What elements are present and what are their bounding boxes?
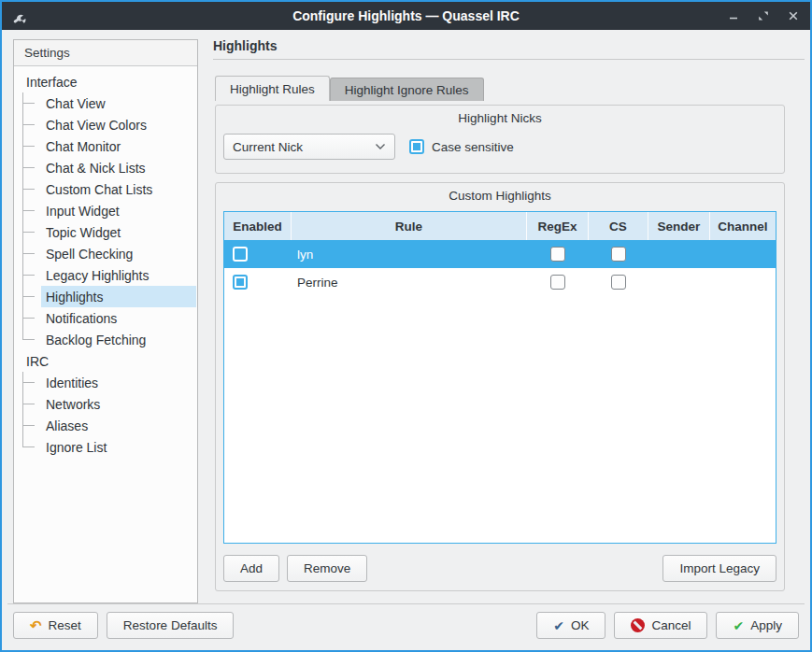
enabled-checkbox[interactable]	[233, 275, 248, 290]
sidebar-item-networks[interactable]: Networks	[14, 393, 197, 415]
enabled-checkbox[interactable]	[233, 247, 248, 262]
column-header-enabled[interactable]: Enabled	[224, 212, 292, 240]
highlight-nicks-group: Highlight Nicks Current Nick Case sensit…	[215, 105, 785, 174]
checkbox-fill	[413, 143, 420, 150]
undo-icon: ↶	[30, 618, 42, 632]
configure-highlights-dialog: Configure Highlights — Quassel IRC Setti…	[0, 0, 812, 652]
sidebar-item-notifications[interactable]: Notifications	[14, 307, 197, 329]
tree-branch-line	[21, 372, 41, 393]
tab-bar: Highlight Rules Highlight Ignore Rules	[215, 76, 484, 101]
cancel-label: Cancel	[651, 618, 691, 632]
reset-label: Reset	[49, 618, 81, 632]
ok-check-icon: ✔	[553, 619, 564, 632]
sidebar-item-identities[interactable]: Identities	[14, 372, 197, 393]
table-header-row: EnabledRuleRegExCSSenderChannel	[224, 212, 776, 240]
column-header-channel[interactable]: Channel	[710, 212, 776, 240]
nick-mode-value: Current Nick	[233, 140, 303, 154]
cs-cell	[589, 275, 648, 290]
column-header-cs[interactable]: CS	[589, 212, 648, 240]
sidebar-item-label: Chat Monitor	[41, 135, 196, 157]
minimize-button[interactable]	[726, 8, 741, 23]
regex-cell	[527, 275, 589, 290]
import-legacy-button[interactable]: Import Legacy	[662, 555, 776, 582]
wrench-icon	[11, 8, 27, 24]
page-title: Highlights	[213, 38, 277, 53]
column-header-sender[interactable]: Sender	[648, 212, 710, 240]
sidebar-item-highlights[interactable]: Highlights	[14, 286, 197, 307]
tree-branch-line	[21, 436, 41, 458]
column-header-rule[interactable]: Rule	[292, 212, 527, 240]
cs-checkbox[interactable]	[611, 275, 626, 290]
sidebar-item-label: Aliases	[41, 415, 196, 436]
tab-highlight-ignore-rules[interactable]: Highlight Ignore Rules	[330, 78, 484, 101]
restore-defaults-button[interactable]: Restore Defaults	[107, 612, 235, 639]
tab-highlight-rules[interactable]: Highlight Rules	[215, 76, 330, 101]
sidebar-item-input-widget[interactable]: Input Widget	[14, 200, 197, 221]
checkbox-fill	[554, 250, 562, 258]
apply-label: Apply	[750, 618, 782, 632]
sidebar-item-aliases[interactable]: Aliases	[14, 415, 197, 436]
footer-button-bar: ↶ Reset Restore Defaults ✔ OK Cancel ✔ A…	[13, 612, 799, 639]
sidebar-item-label: Backlog Fetching	[41, 329, 196, 350]
rule-cell[interactable]: lyn	[292, 248, 527, 262]
reset-button[interactable]: ↶ Reset	[13, 612, 98, 639]
chevron-down-icon	[375, 143, 386, 150]
sidebar-item-chat-nick-lists[interactable]: Chat & Nick Lists	[14, 157, 197, 178]
restore-defaults-label: Restore Defaults	[123, 618, 218, 632]
tree-branch-line	[21, 114, 41, 135]
sidebar-item-label: Interface	[21, 71, 196, 92]
sidebar-item-ignore-list[interactable]: Ignore List	[14, 436, 197, 458]
window-title: Configure Highlights — Quassel IRC	[2, 8, 810, 23]
regex-cell	[527, 247, 589, 262]
sidebar-item-label: Networks	[41, 393, 196, 415]
sidebar-item-topic-widget[interactable]: Topic Widget	[14, 221, 197, 243]
tree-branch-line	[21, 178, 41, 200]
case-sensitive-checkbox[interactable]	[409, 139, 424, 154]
sidebar-item-interface[interactable]: Interface	[14, 71, 197, 92]
cs-checkbox[interactable]	[611, 247, 626, 262]
remove-button[interactable]: Remove	[287, 555, 367, 582]
apply-check-icon: ✔	[733, 619, 744, 632]
sidebar-item-label: Legacy Highlights	[41, 264, 196, 286]
sidebar-item-label: Input Widget	[41, 200, 196, 221]
settings-sidebar: Settings InterfaceChat ViewChat View Col…	[13, 39, 198, 603]
close-button[interactable]	[786, 8, 801, 23]
rule-cell[interactable]: Perrine	[292, 276, 527, 290]
regex-checkbox[interactable]	[550, 275, 565, 290]
sidebar-item-label: Chat & Nick Lists	[41, 157, 196, 178]
add-button[interactable]: Add	[223, 555, 279, 582]
sidebar-item-label: Chat View	[41, 92, 196, 114]
checkbox-fill	[554, 278, 562, 286]
tree-branch-line	[21, 307, 41, 329]
ok-button[interactable]: ✔ OK	[536, 612, 605, 639]
cancel-icon	[631, 618, 645, 632]
restore-button[interactable]	[756, 8, 771, 23]
apply-button[interactable]: ✔ Apply	[716, 612, 799, 639]
case-sensitive-label: Case sensitive	[432, 140, 514, 154]
sidebar-item-custom-chat-lists[interactable]: Custom Chat Lists	[14, 178, 197, 200]
regex-checkbox[interactable]	[550, 247, 565, 262]
highlight-rule-row-lyn[interactable]: lyn	[224, 240, 776, 268]
sidebar-item-chat-monitor[interactable]: Chat Monitor	[14, 135, 197, 157]
sidebar-item-irc[interactable]: IRC	[14, 350, 197, 372]
cancel-button[interactable]: Cancel	[614, 612, 707, 639]
column-header-regex[interactable]: RegEx	[527, 212, 589, 240]
highlight-rule-row-perrine[interactable]: Perrine	[224, 268, 776, 296]
sidebar-item-backlog-fetching[interactable]: Backlog Fetching	[14, 329, 197, 350]
checkbox-fill	[615, 278, 622, 286]
sidebar-item-spell-checking[interactable]: Spell Checking	[14, 243, 197, 264]
tree-branch-line	[21, 329, 41, 350]
checkbox-fill	[236, 278, 244, 286]
custom-highlights-rows: lynPerrine	[224, 240, 776, 296]
nick-mode-dropdown[interactable]: Current Nick	[223, 134, 395, 160]
sidebar-item-chat-view[interactable]: Chat View	[14, 92, 197, 114]
tree-branch-line	[21, 200, 41, 221]
tree-branch-line	[21, 264, 41, 286]
sidebar-item-legacy-highlights[interactable]: Legacy Highlights	[14, 264, 197, 286]
sidebar-item-chat-view-colors[interactable]: Chat View Colors	[14, 114, 197, 135]
add-label: Add	[240, 561, 263, 575]
sidebar-item-label: Topic Widget	[41, 221, 196, 243]
title-separator	[213, 59, 805, 60]
tree-branch-line	[21, 157, 41, 178]
case-sensitive-option[interactable]: Case sensitive	[409, 139, 514, 154]
